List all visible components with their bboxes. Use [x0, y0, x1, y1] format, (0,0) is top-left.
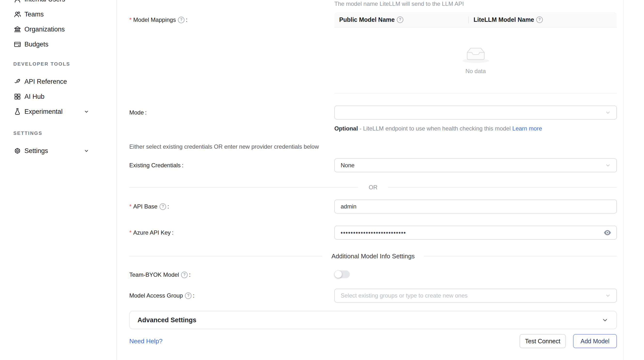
help-icon[interactable]: ? [397, 16, 403, 23]
api-plug-icon [13, 78, 22, 86]
column-header-litellm-model-name: LiteLLM Model Name ? [468, 16, 543, 23]
help-icon[interactable]: ? [536, 16, 543, 23]
required-asterisk: * [129, 229, 132, 236]
mode-label: Mode: [129, 106, 334, 120]
azure-api-key-input[interactable]: •••••••••••••••••••••••••• [334, 226, 617, 240]
model-mappings-label: * Model Mappings ? : [129, 12, 188, 28]
grid-appstore-icon [13, 92, 22, 101]
toggle-knob [334, 271, 342, 278]
advanced-settings-panel[interactable]: Advanced Settings [129, 311, 617, 329]
sidebar-item-label: Internal Users [24, 0, 65, 3]
credentials-note: Either select existing credentials OR en… [129, 143, 617, 150]
mode-select[interactable] [334, 106, 617, 120]
sidebar-item-label: API Reference [24, 78, 67, 86]
help-icon[interactable]: ? [178, 17, 184, 23]
chevron-down-icon [602, 316, 609, 324]
info-settings-divider: Additional Model Info Settings [129, 252, 617, 260]
required-asterisk: * [129, 16, 132, 23]
sidebar-item-organizations[interactable]: Organizations [0, 22, 116, 37]
test-connect-button[interactable]: Test Connect [520, 334, 566, 348]
sidebar-item-label: AI Hub [24, 93, 44, 100]
model-access-group-select[interactable]: Select existing groups or type to create… [334, 288, 617, 302]
no-data-text: No data [465, 68, 486, 74]
model-mappings-table: Public Model Name ? LiteLLM Model Name ? [334, 12, 617, 94]
empty-inbox-icon [464, 46, 487, 64]
azure-api-key-label: * Azure API Key : [129, 226, 334, 240]
column-divider [468, 16, 469, 23]
table-header-row: Public Model Name ? LiteLLM Model Name ? [334, 12, 617, 28]
existing-credentials-select[interactable]: None [334, 158, 617, 172]
mode-help-text: Optional - LiteLLM endpoint to use when … [334, 124, 554, 134]
learn-more-link[interactable]: Learn more [512, 125, 542, 132]
sidebar-item-experimental[interactable]: Experimental [0, 104, 116, 119]
api-base-input[interactable]: admin [334, 200, 617, 214]
sidebar-item-internal-users[interactable]: Internal Users [0, 0, 116, 7]
chevron-down-icon [605, 292, 611, 299]
sidebar-item-teams[interactable]: Teams [0, 7, 116, 22]
or-divider: OR [129, 184, 617, 191]
gear-icon [13, 147, 22, 155]
add-model-button[interactable]: Add Model [573, 334, 617, 348]
team-byok-toggle[interactable] [334, 270, 350, 278]
sidebar-item-settings[interactable]: Settings [0, 143, 116, 158]
required-asterisk: * [129, 203, 132, 210]
teams-icon [13, 10, 22, 18]
help-icon[interactable]: ? [185, 292, 192, 299]
table-empty-state: No data [334, 28, 617, 94]
team-byok-label: Team-BYOK Model ? : [129, 272, 334, 278]
credit-card-icon [13, 40, 22, 48]
help-icon[interactable]: ? [181, 272, 188, 278]
eye-icon[interactable] [603, 228, 612, 237]
chevron-down-icon [84, 148, 89, 154]
chevron-down-icon [605, 110, 611, 116]
sidebar-item-label: Teams [24, 11, 44, 18]
model-name-help-text: The model name LiteLLM will send to the … [334, 0, 617, 7]
sidebar-item-label: Experimental [24, 108, 63, 116]
chevron-down-icon [605, 162, 611, 168]
chevron-down-icon [84, 109, 89, 114]
sidebar-section-settings: SETTINGS [0, 130, 116, 136]
sidebar-item-ai-hub[interactable]: AI Hub [0, 89, 116, 104]
flask-icon [13, 108, 22, 116]
user-icon [13, 0, 22, 4]
sidebar-item-api-reference[interactable]: API Reference [0, 74, 116, 89]
column-header-public-model-name: Public Model Name ? [334, 16, 468, 23]
bank-icon [13, 25, 22, 34]
help-icon[interactable]: ? [160, 203, 166, 210]
sidebar-section-developer-tools: DEVELOPER TOOLS [0, 60, 116, 67]
sidebar: Internal Users Teams Organizations Budge… [0, 0, 117, 360]
api-base-label: * API Base ? : [129, 200, 334, 214]
add-model-form: The model name LiteLLM will send to the … [117, 0, 644, 360]
existing-credentials-label: Existing Credentials: [129, 158, 334, 172]
sidebar-item-label: Organizations [24, 26, 65, 33]
content-right-divider [623, 0, 624, 360]
sidebar-item-label: Settings [24, 147, 48, 155]
app-window: Internal Users Teams Organizations Budge… [0, 0, 644, 360]
sidebar-item-label: Budgets [24, 41, 48, 48]
model-access-group-label: Model Access Group ? : [129, 288, 334, 302]
need-help-link[interactable]: Need Help? [129, 338, 162, 345]
sidebar-nav: Internal Users Teams Organizations Budge… [0, 0, 116, 158]
sidebar-item-budgets[interactable]: Budgets [0, 37, 116, 52]
advanced-settings-title: Advanced Settings [138, 316, 196, 324]
